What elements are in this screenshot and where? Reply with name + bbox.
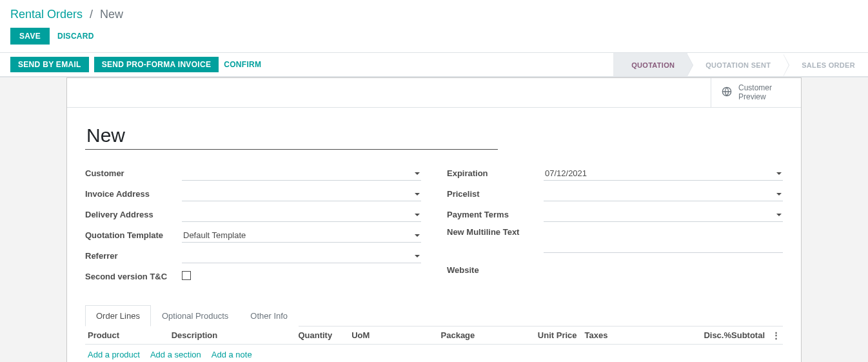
- status-quotation[interactable]: QUOTATION: [613, 53, 687, 76]
- breadcrumb-current: New: [100, 8, 123, 21]
- status-quotation-sent[interactable]: QUOTATION SENT: [687, 53, 784, 76]
- globe-icon: [722, 86, 732, 99]
- add-note-link[interactable]: Add a note: [212, 350, 252, 359]
- customer-field[interactable]: [182, 166, 421, 181]
- customer-preview-button[interactable]: CustomerPreview: [711, 78, 801, 107]
- breadcrumb: Rental Orders / New: [0, 0, 868, 25]
- breadcrumb-root[interactable]: Rental Orders: [10, 8, 83, 21]
- payment-terms-label: Payment Terms: [447, 210, 544, 219]
- multiline-field[interactable]: [544, 239, 783, 253]
- quotation-template-label: Quotation Template: [85, 230, 182, 240]
- sheet-background: CustomerPreview Customer Invoice Address: [0, 77, 868, 362]
- tabs: Order Lines Optional Products Other Info: [85, 305, 783, 327]
- tab-optional-products[interactable]: Optional Products: [151, 305, 239, 327]
- breadcrumb-separator: /: [90, 8, 93, 21]
- invoice-address-label: Invoice Address: [85, 189, 182, 199]
- status-steps: QUOTATION QUOTATION SENT SALES ORDER: [613, 53, 868, 76]
- send-email-button[interactable]: SEND BY EMAIL: [10, 57, 89, 72]
- tandc-label: Second version T&C: [85, 272, 182, 281]
- col-quantity: Quantity: [274, 330, 332, 340]
- button-box: CustomerPreview: [67, 78, 801, 108]
- col-subtotal: Subtotal: [731, 330, 770, 340]
- col-package: Package: [397, 330, 500, 340]
- form-grid: Customer Invoice Address Delivery Addres…: [67, 155, 801, 305]
- col-disc: Disc.%: [667, 330, 731, 340]
- expiration-field[interactable]: [544, 166, 783, 181]
- pricelist-label: Pricelist: [447, 189, 544, 199]
- invoice-address-field[interactable]: [182, 187, 421, 201]
- col-uom: UoM: [332, 330, 397, 340]
- pricelist-field[interactable]: [544, 187, 783, 201]
- referrer-field[interactable]: [182, 249, 421, 263]
- order-name-input[interactable]: [85, 123, 498, 150]
- add-product-link[interactable]: Add a product: [88, 350, 140, 359]
- tabs-wrap: Order Lines Optional Products Other Info…: [67, 305, 801, 362]
- expiration-label: Expiration: [447, 168, 544, 178]
- website-label: Website: [447, 265, 544, 275]
- toolbar: SAVE DISCARD: [0, 25, 868, 52]
- save-button[interactable]: SAVE: [10, 28, 50, 45]
- left-column: Customer Invoice Address Delivery Addres…: [85, 165, 421, 289]
- send-proforma-button[interactable]: SEND PRO-FORMA INVOICE: [94, 57, 219, 72]
- status-bar: SEND BY EMAIL SEND PRO-FORMA INVOICE CON…: [0, 52, 868, 77]
- payment-terms-field[interactable]: [544, 208, 783, 222]
- kebab-icon[interactable]: ⋮: [770, 330, 780, 340]
- delivery-address-field[interactable]: [182, 208, 421, 222]
- tandc-checkbox[interactable]: [182, 271, 191, 280]
- right-column: Expiration Pricelist Payment Terms: [447, 165, 783, 289]
- delivery-address-label: Delivery Address: [85, 210, 182, 219]
- tab-order-lines[interactable]: Order Lines: [85, 305, 151, 327]
- quotation-template-field[interactable]: [182, 228, 421, 243]
- title-wrap: [67, 108, 801, 155]
- table-header: Product Description Quantity UoM Package…: [85, 327, 783, 345]
- discard-button[interactable]: DISCARD: [57, 32, 94, 41]
- col-unit-price: Unit Price: [500, 330, 577, 340]
- add-section-link[interactable]: Add a section: [150, 350, 201, 359]
- col-taxes: Taxes: [577, 330, 667, 340]
- form-sheet: CustomerPreview Customer Invoice Address: [66, 77, 802, 362]
- multiline-label: New Multiline Text: [447, 227, 544, 237]
- action-buttons: SEND BY EMAIL SEND PRO-FORMA INVOICE CON…: [10, 53, 261, 76]
- status-sales-order[interactable]: SALES ORDER: [784, 53, 868, 76]
- tab-other-info[interactable]: Other Info: [239, 305, 299, 327]
- col-description: Description: [172, 330, 275, 340]
- customer-preview-label: CustomerPreview: [738, 83, 772, 102]
- confirm-button[interactable]: CONFIRM: [224, 60, 261, 69]
- referrer-label: Referrer: [85, 251, 182, 261]
- add-row: Add a product Add a section Add a note: [85, 345, 783, 362]
- customer-label: Customer: [85, 168, 182, 178]
- col-product: Product: [88, 330, 172, 340]
